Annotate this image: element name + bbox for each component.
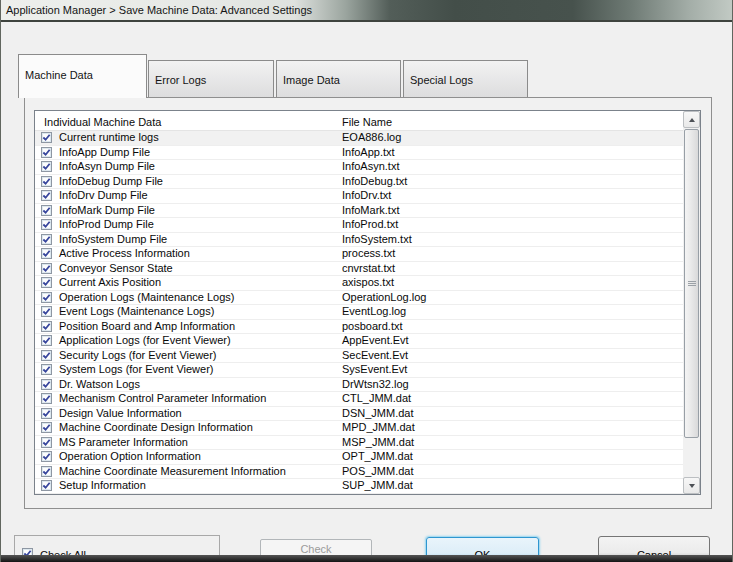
list-item[interactable]: Design Value Information DSN_JMM.dat <box>35 407 683 422</box>
check-icon <box>42 220 51 229</box>
row-checkbox[interactable] <box>41 306 52 317</box>
tab-machine-data[interactable]: Machine Data <box>18 54 147 98</box>
row-filename: cnvrstat.txt <box>342 262 395 275</box>
tab-image-data[interactable]: Image Data <box>276 60 401 97</box>
row-filename: InfoDebug.txt <box>342 175 407 188</box>
list-item[interactable]: Event Logs (Maintenance Logs) EventLog.l… <box>35 305 683 320</box>
tab-special-logs[interactable]: Special Logs <box>403 60 528 97</box>
row-checkbox[interactable] <box>41 176 52 187</box>
row-label: Current runtime logs <box>59 131 159 144</box>
row-checkbox[interactable] <box>41 393 52 404</box>
row-checkbox[interactable] <box>41 292 52 303</box>
row-checkbox[interactable] <box>41 205 52 216</box>
row-checkbox[interactable] <box>41 147 52 158</box>
row-checkbox[interactable] <box>41 422 52 433</box>
row-label: Machine Coordinate Design Information <box>59 421 253 434</box>
row-label: Security Logs (for Event Viewer) <box>59 349 217 362</box>
scrollbar-thumb[interactable] <box>684 129 699 438</box>
check-icon <box>42 452 51 461</box>
scroll-down-button[interactable] <box>683 477 700 494</box>
row-filename: AppEvent.Evt <box>342 334 409 347</box>
scroll-down-icon <box>689 484 695 488</box>
list-item[interactable]: InfoMark Dump File InfoMark.txt <box>35 204 683 219</box>
row-label: Dr. Watson Logs <box>59 378 140 391</box>
row-checkbox[interactable] <box>41 364 52 375</box>
list-item[interactable]: Mechanism Control Parameter Information … <box>35 392 683 407</box>
row-filename: SecEvent.Evt <box>342 349 408 362</box>
scroll-up-button[interactable] <box>683 111 700 128</box>
row-filename: posboard.txt <box>342 320 403 333</box>
list-item[interactable]: Operation Option Information OPT_JMM.dat <box>35 450 683 465</box>
list-header: Individual Machine Data File Name <box>35 111 683 131</box>
check-icon <box>42 293 51 302</box>
check-icon <box>42 278 51 287</box>
row-checkbox[interactable] <box>41 234 52 245</box>
row-checkbox[interactable] <box>41 190 52 201</box>
row-checkbox[interactable] <box>41 132 52 143</box>
list-item[interactable]: InfoAsyn Dump File InfoAsyn.txt <box>35 160 683 175</box>
list-item[interactable]: Setup Information SUP_JMM.dat <box>35 479 683 494</box>
row-filename: DrWtsn32.log <box>342 378 409 391</box>
list-item[interactable]: Security Logs (for Event Viewer) SecEven… <box>35 349 683 364</box>
check-icon <box>42 336 51 345</box>
row-checkbox[interactable] <box>41 248 52 259</box>
list-item[interactable]: InfoSystem Dump File InfoSystem.txt <box>35 233 683 248</box>
list-item[interactable]: InfoProd Dump File InfoProd.txt <box>35 218 683 233</box>
row-checkbox[interactable] <box>41 379 52 390</box>
row-filename: axispos.txt <box>342 276 394 289</box>
list-item[interactable]: Active Process Information process.txt <box>35 247 683 262</box>
row-filename: OperationLog.log <box>342 291 426 304</box>
title-bar[interactable]: Application Manager > Save Machine Data:… <box>1 0 733 20</box>
scrollbar-grip-icon <box>688 281 696 286</box>
row-filename: EOA886.log <box>342 131 401 144</box>
row-filename: SUP_JMM.dat <box>342 479 413 492</box>
row-label: Event Logs (Maintenance Logs) <box>59 305 214 318</box>
tab-label: Machine Data <box>25 69 93 81</box>
row-label: System Logs (for Event Viewer) <box>59 363 213 376</box>
row-label: Operation Option Information <box>59 450 201 463</box>
check-icon <box>42 133 51 142</box>
row-label: InfoApp Dump File <box>59 146 150 159</box>
list-item[interactable]: InfoApp Dump File InfoApp.txt <box>35 146 683 161</box>
row-filename: InfoApp.txt <box>342 146 395 159</box>
row-checkbox[interactable] <box>41 451 52 462</box>
list-item[interactable]: Application Logs (for Event Viewer) AppE… <box>35 334 683 349</box>
scrollbar-track[interactable] <box>683 128 700 477</box>
row-checkbox[interactable] <box>41 437 52 448</box>
list-item[interactable]: Machine Coordinate Design Information MP… <box>35 421 683 436</box>
row-label: InfoSystem Dump File <box>59 233 167 246</box>
scroll-up-icon <box>689 118 695 122</box>
list-item[interactable]: Operation Logs (Maintenance Logs) Operat… <box>35 291 683 306</box>
row-filename: InfoMark.txt <box>342 204 399 217</box>
row-checkbox[interactable] <box>41 277 52 288</box>
row-checkbox[interactable] <box>41 350 52 361</box>
list-rows: Current runtime logs EOA886.log InfoApp … <box>35 131 683 494</box>
list-item[interactable]: Dr. Watson Logs DrWtsn32.log <box>35 378 683 393</box>
row-checkbox[interactable] <box>41 335 52 346</box>
row-checkbox[interactable] <box>41 466 52 477</box>
row-label: Conveyor Sensor State <box>59 262 173 275</box>
list-item[interactable]: Machine Coordinate Measurement Informati… <box>35 465 683 480</box>
list-item[interactable]: MS Parameter Information MSP_JMM.dat <box>35 436 683 451</box>
tab-error-logs[interactable]: Error Logs <box>148 60 274 97</box>
row-checkbox[interactable] <box>41 263 52 274</box>
row-checkbox[interactable] <box>41 408 52 419</box>
list-item[interactable]: System Logs (for Event Viewer) SysEvent.… <box>35 363 683 378</box>
list-item[interactable]: InfoDrv Dump File InfoDrv.txt <box>35 189 683 204</box>
check-icon <box>42 365 51 374</box>
list-item[interactable]: Position Board and Amp Information posbo… <box>35 320 683 335</box>
list-item[interactable]: InfoDebug Dump File InfoDebug.txt <box>35 175 683 190</box>
list-item[interactable]: Current runtime logs EOA886.log <box>35 131 683 146</box>
row-label: Setup Information <box>59 479 146 492</box>
tab-label: Error Logs <box>155 74 206 86</box>
row-label: Machine Coordinate Measurement Informati… <box>59 465 286 478</box>
row-checkbox[interactable] <box>41 161 52 172</box>
row-checkbox[interactable] <box>41 219 52 230</box>
vertical-scrollbar[interactable] <box>683 111 700 494</box>
row-checkbox[interactable] <box>41 480 52 491</box>
list-item[interactable]: Current Axis Position axispos.txt <box>35 276 683 291</box>
list-item[interactable]: Conveyor Sensor State cnvrstat.txt <box>35 262 683 277</box>
row-checkbox[interactable] <box>41 321 52 332</box>
check-icon <box>42 177 51 186</box>
row-label: InfoAsyn Dump File <box>59 160 155 173</box>
